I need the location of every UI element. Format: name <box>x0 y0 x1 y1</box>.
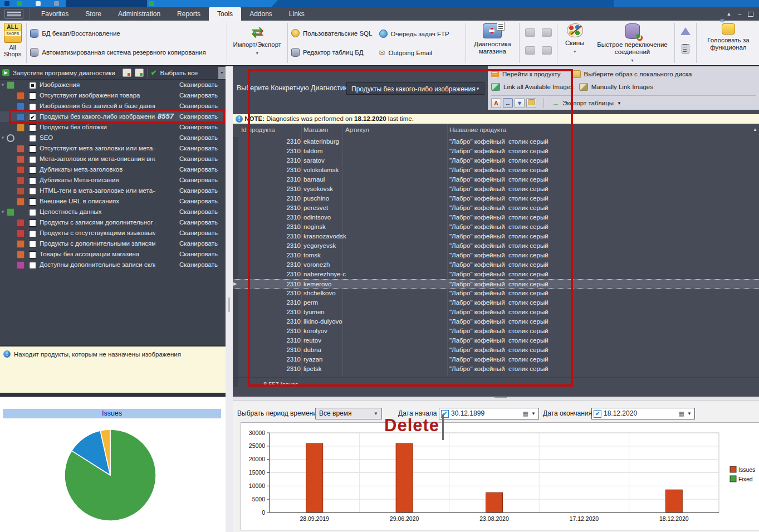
table-row[interactable]: 2310peresvet"Лабро" кофейный столик серы… <box>233 203 759 213</box>
table-row[interactable]: 2310korolyov"Лабро" кофейный столик серы… <box>233 326 759 336</box>
ftp-queue-button[interactable]: Очередь задач FTP <box>379 30 463 38</box>
table-row[interactable]: 2310odintsovo"Лабро" кофейный столик сер… <box>233 213 759 222</box>
table-row[interactable]: 2310saratov"Лабро" кофейный столик серый <box>233 156 759 165</box>
card-icon[interactable] <box>542 46 552 55</box>
end-date-field[interactable]: ✔ 18.12.2020 ▦ ▼ <box>591 408 695 419</box>
tree-item-checkbox[interactable] <box>29 103 36 110</box>
tree-item[interactable]: HTML-теги в мета-заголовке или мета-опСк… <box>0 186 226 196</box>
scan-link[interactable]: Сканировать <box>179 219 218 226</box>
table-row[interactable]: 2310krasnozavodsk"Лабро" кофейный столик… <box>233 232 759 241</box>
group-button[interactable] <box>526 98 536 108</box>
table-row[interactable]: 2310likino-dulyovo"Лабро" кофейный столи… <box>233 317 759 326</box>
table-row[interactable]: 2310tomsk"Лабро" кофейный столик серый <box>233 251 759 260</box>
scan-link[interactable]: Сканировать <box>179 198 218 204</box>
scan-link[interactable]: Сканировать <box>179 155 218 162</box>
go-to-product-button[interactable]: Перейти к продукту <box>502 71 561 77</box>
tree-item[interactable]: Дубликаты Мета-описанияСканировать <box>0 175 226 186</box>
all-shops-selector[interactable]: ALLSHOPS All Shops <box>0 21 25 65</box>
chevron-down-icon[interactable]: ▼ <box>531 408 536 419</box>
tree-item[interactable]: Отсутствуют изображения товараСканироват… <box>0 90 226 101</box>
run-diagnostics-label[interactable]: Запустите программу диагностики <box>13 70 115 76</box>
expand-caret-icon[interactable]: ▼ <box>1 135 5 140</box>
menu-item-links[interactable]: Links <box>281 7 313 21</box>
tree-item-checkbox[interactable]: ✔ <box>29 114 36 121</box>
scan-link[interactable]: Сканировать <box>179 261 218 268</box>
table-row[interactable]: 2310perm"Лабро" кофейный столик серый <box>233 298 759 308</box>
period-select[interactable]: Все время ▼ <box>315 408 382 419</box>
table-row[interactable]: 2310shchelkovo"Лабро" кофейный столик се… <box>233 289 759 298</box>
table-row[interactable]: 2310dubna"Лабро" кофейный столик серый <box>233 345 759 355</box>
tree-item[interactable]: Продукты без обложкиСканировать <box>0 122 226 133</box>
tree-item-checkbox[interactable] <box>29 124 36 131</box>
collapse-all-icon[interactable] <box>123 69 131 77</box>
scan-link[interactable]: Сканировать <box>179 124 218 130</box>
scroll-up-icon[interactable]: ▲ <box>753 127 757 132</box>
outgoing-email-button[interactable]: ✉ Outgoing Email <box>379 49 463 56</box>
table-row[interactable]: 2310volokolamsk"Лабро" кофейный столик с… <box>233 165 759 175</box>
tree-item-checkbox[interactable] <box>29 82 36 89</box>
column-header-sku[interactable]: Артикул <box>345 126 369 133</box>
table-row[interactable]: 2310yegoryevsk"Лабро" кофейный столик се… <box>233 241 759 251</box>
tree-item[interactable]: Отсутствуют мета-заголовки или мета-сСка… <box>0 143 226 154</box>
table-row[interactable]: 2310ekaterinburg"Лабро" кофейный столик … <box>233 137 759 147</box>
menu-item-favorites[interactable]: Favorites <box>33 7 77 21</box>
tree-item[interactable]: ▼ИзображенияСканировать <box>0 80 226 90</box>
table-row[interactable]: 2310lipetsk"Лабро" кофейный столик серый <box>233 364 759 374</box>
end-date-checkbox[interactable]: ✔ <box>594 410 601 418</box>
tree-item-checkbox[interactable] <box>29 209 36 216</box>
tree-item-checkbox[interactable] <box>29 251 36 258</box>
tree-item-checkbox[interactable] <box>29 145 36 153</box>
import-export-button[interactable]: ⇄ Импорт/Экспорт ▾ <box>228 21 286 65</box>
scan-link[interactable]: Сканировать <box>179 134 218 141</box>
pin-icon[interactable]: ▲ <box>727 11 732 17</box>
fit-width-button[interactable]: ↔ <box>503 98 513 108</box>
tree-item[interactable]: ✔Продукты без какого-либо изображения855… <box>0 111 226 122</box>
expand-all-icon[interactable] <box>135 69 144 77</box>
start-date-field[interactable]: ✔ 30.12.1899 ▦ ▼ <box>439 408 539 419</box>
table-row[interactable]: 2310vysokovsk"Лабро" кофейный столик сер… <box>233 184 759 194</box>
tree-item[interactable]: Доступны дополнительные записи складСкан… <box>0 260 226 270</box>
expand-caret-icon[interactable]: ▼ <box>1 82 5 87</box>
table-row[interactable]: 2310kemerovo"Лабро" кофейный столик серы… <box>233 279 759 289</box>
scan-link[interactable]: Сканировать <box>179 145 218 152</box>
tree-item[interactable]: Дубликаты мета-заголовковСканировать <box>0 164 226 175</box>
tree-item-checkbox[interactable] <box>29 241 36 248</box>
scan-link[interactable]: Сканировать <box>179 113 218 120</box>
tree-item[interactable]: Продукты с записями дополнительног язСка… <box>0 217 226 228</box>
tree-item-checkbox[interactable] <box>29 92 36 100</box>
print-icon[interactable] <box>525 28 535 37</box>
table-row[interactable]: 2310naberezhnye-c"Лабро" кофейный столик… <box>233 270 759 279</box>
column-header-store[interactable]: Магазин <box>303 126 328 133</box>
wizard-icon[interactable] <box>680 27 691 35</box>
menu-item-tools[interactable]: Tools <box>209 7 241 21</box>
calendar-icon[interactable]: ▦ <box>523 408 528 419</box>
scan-link[interactable]: Сканировать <box>179 251 218 257</box>
tree-item-checkbox[interactable] <box>29 230 36 237</box>
restore-icon[interactable] <box>748 12 753 17</box>
tree-item-checkbox[interactable] <box>29 156 36 163</box>
select-all-label[interactable]: Выбрать все <box>160 70 198 76</box>
skins-button[interactable]: Скины ▾ <box>559 21 591 65</box>
table-row[interactable]: 2310voronezh"Лабро" кофейный столик серы… <box>233 260 759 270</box>
menu-item-reports[interactable]: Reports <box>169 7 209 21</box>
tree-item-checkbox[interactable] <box>29 135 36 142</box>
tree-item[interactable]: Изображения без записей в базе данныхСка… <box>0 101 226 111</box>
tree-item-checkbox[interactable] <box>29 262 36 269</box>
scan-link[interactable]: Сканировать <box>179 103 218 109</box>
table-editor-button[interactable]: Редактор таблиц БД <box>291 48 375 57</box>
vote-for-feature-button[interactable]: Голосовать за функционал <box>698 21 759 65</box>
scan-link[interactable]: Сканировать <box>179 230 218 236</box>
quick-switch-connections-button[interactable]: Быстрое переключение соединений ▾ <box>591 21 674 65</box>
expand-caret-icon[interactable]: ▼ <box>1 209 5 214</box>
column-header-id[interactable]: Id продукта <box>241 126 275 133</box>
select-image-from-disk-button[interactable]: Выберите образ с локального диска <box>584 71 692 77</box>
clipboard-icon[interactable] <box>682 44 689 53</box>
run-diagnostics-icon[interactable]: ▶ <box>2 69 9 76</box>
tree-item-checkbox[interactable] <box>29 198 36 206</box>
panel-dropdown-button[interactable]: ▼ <box>218 67 226 79</box>
tree-item[interactable]: Товары без ассоциации магазинаСканироват… <box>0 249 226 260</box>
tree-item[interactable]: Продукты с дополнительными записямиСкани… <box>0 238 226 249</box>
scan-link[interactable]: Сканировать <box>179 92 218 99</box>
link-all-images-button[interactable]: Link all Available Images <box>503 84 574 90</box>
tree-item-checkbox[interactable] <box>29 188 36 195</box>
